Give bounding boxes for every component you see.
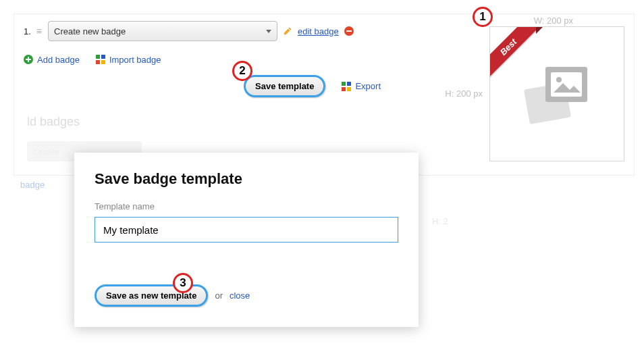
save-template-button[interactable]: Save template bbox=[244, 75, 325, 97]
dropdown-label: Create new badge bbox=[54, 26, 126, 36]
row-index: 1. bbox=[24, 26, 31, 36]
add-badge-button[interactable]: Add badge bbox=[24, 55, 80, 65]
import-badge-label: Import badge bbox=[109, 55, 161, 65]
template-name-input[interactable] bbox=[95, 217, 398, 243]
import-badge-button[interactable]: Import badge bbox=[96, 55, 161, 65]
callout-2: 2 bbox=[232, 61, 252, 81]
faded-badge-link: badge bbox=[20, 180, 45, 190]
chevron-down-icon bbox=[266, 30, 271, 33]
badge-preview: Best bbox=[489, 26, 624, 161]
plus-icon bbox=[24, 55, 33, 64]
template-name-label: Template name bbox=[95, 201, 398, 211]
svg-point-0 bbox=[556, 77, 562, 82]
faded-height-label: H: 2 bbox=[432, 216, 448, 226]
export-label: Export bbox=[355, 81, 381, 91]
badge-select-dropdown[interactable]: Create new badge bbox=[48, 21, 277, 41]
image-placeholder-icon bbox=[527, 67, 587, 121]
close-modal-link[interactable]: close bbox=[230, 290, 250, 301]
edit-badge-link[interactable]: edit badge bbox=[298, 26, 339, 36]
export-button[interactable]: Export bbox=[342, 81, 381, 91]
faded-header: ld badges bbox=[27, 115, 425, 129]
callout-1: 1 bbox=[473, 7, 493, 27]
export-icon bbox=[342, 82, 351, 91]
save-template-modal: Save badge template Template name Save a… bbox=[74, 153, 419, 327]
modal-title: Save badge template bbox=[95, 170, 398, 188]
import-icon bbox=[96, 55, 105, 64]
add-badge-label: Add badge bbox=[37, 55, 80, 65]
height-dimension-label: H: 200 px bbox=[445, 88, 483, 99]
pencil-icon bbox=[283, 26, 292, 36]
callout-3: 3 bbox=[173, 273, 193, 293]
width-dimension-label: W: 200 px bbox=[534, 16, 573, 26]
center-actions: Save template Export bbox=[244, 75, 381, 97]
faded-dropdown-label: Create bbox=[33, 147, 59, 157]
or-text: or bbox=[215, 290, 223, 301]
remove-badge-button[interactable] bbox=[344, 26, 354, 36]
drag-handle-icon[interactable]: ≡ bbox=[36, 28, 43, 34]
